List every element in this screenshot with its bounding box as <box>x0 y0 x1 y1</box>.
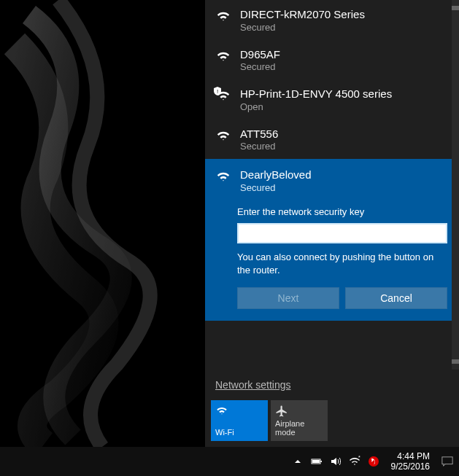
wifi-tile[interactable]: Wi-Fi <box>211 400 268 441</box>
taskbar-clock[interactable]: 4:44 PM 9/25/2016 <box>387 451 434 472</box>
network-item[interactable]: DIRECT-kRM2070 Series Secured <box>205 0 459 40</box>
airplane-tile-label: Airplane mode <box>275 419 323 437</box>
network-list: DIRECT-kRM2070 Series Secured D965AF Sec… <box>205 0 459 370</box>
system-tray: * <box>292 456 379 467</box>
clock-date: 9/25/2016 <box>391 461 430 472</box>
password-prompt-area: Enter the network security key You can a… <box>205 200 459 321</box>
network-name: HP-Print-1D-ENVY 4500 series <box>240 87 392 101</box>
network-settings-link-row: Network settings <box>205 370 459 397</box>
wifi-shield-icon: ! <box>215 88 231 104</box>
network-status: Secured <box>240 22 365 33</box>
network-settings-link[interactable]: Network settings <box>215 379 290 391</box>
network-item[interactable]: ! HP-Print-1D-ENVY 4500 series Open <box>205 79 459 120</box>
network-status: Secured <box>240 61 280 72</box>
wifi-icon <box>215 128 231 144</box>
svg-rect-2 <box>320 461 322 462</box>
network-status: Open <box>240 101 392 112</box>
svg-text:!: ! <box>217 88 218 95</box>
taskbar: * 4:44 PM 9/25/2016 <box>0 447 459 476</box>
next-button[interactable]: Next <box>237 287 339 309</box>
battery-icon[interactable] <box>311 456 323 467</box>
svg-rect-3 <box>312 460 320 463</box>
wifi-tile-label: Wi-Fi <box>215 428 263 437</box>
svg-point-5 <box>369 456 379 467</box>
wifi-icon <box>215 9 231 25</box>
airplane-icon <box>275 405 288 418</box>
network-item[interactable]: D965AF Secured <box>205 40 459 80</box>
network-status: Secured <box>240 141 278 152</box>
antivirus-icon[interactable] <box>368 456 379 467</box>
network-name: D965AF <box>240 47 280 62</box>
security-key-label: Enter the network security key <box>237 206 447 217</box>
security-key-input[interactable] <box>237 223 447 243</box>
wifi-icon <box>215 405 228 418</box>
wifi-icon <box>215 49 231 65</box>
svg-rect-6 <box>442 457 452 464</box>
cancel-button[interactable]: Cancel <box>345 287 447 309</box>
tray-chevron-icon[interactable] <box>292 456 304 467</box>
network-name: ATT556 <box>240 127 278 141</box>
network-status: Secured <box>240 182 312 193</box>
wifi-flyout-panel: DIRECT-kRM2070 Series Secured D965AF Sec… <box>205 0 459 447</box>
scrollbar[interactable] <box>452 0 459 370</box>
network-name: DearlyBeloved <box>240 168 312 182</box>
wifi-tray-icon[interactable]: * <box>349 456 360 467</box>
airplane-mode-tile[interactable]: Airplane mode <box>271 400 328 441</box>
wallpaper-smoke <box>0 0 204 447</box>
quick-action-tiles: Wi-Fi Airplane mode <box>205 397 459 447</box>
volume-icon[interactable] <box>330 456 342 467</box>
network-item-selected[interactable]: DearlyBeloved Secured <box>205 159 459 200</box>
action-center-icon[interactable] <box>441 456 453 467</box>
wifi-icon <box>215 169 231 185</box>
network-name: DIRECT-kRM2070 Series <box>240 7 365 22</box>
wps-hint: You can also connect by pushing the butt… <box>237 251 447 277</box>
clock-time: 4:44 PM <box>391 451 430 461</box>
svg-text:*: * <box>358 456 360 460</box>
network-item[interactable]: ATT556 Secured <box>205 120 459 160</box>
